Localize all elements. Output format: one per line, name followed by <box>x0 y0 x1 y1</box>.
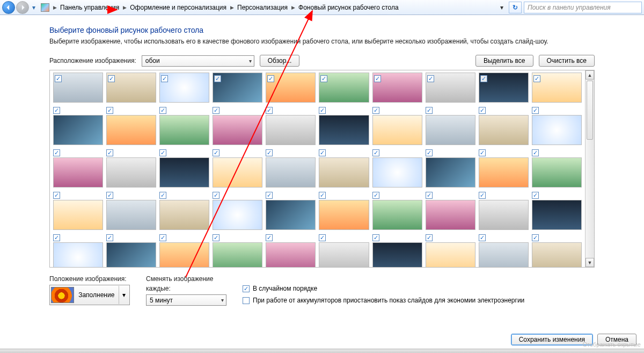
interval-combo[interactable]: 5 минут <box>146 294 226 306</box>
wallpaper-image[interactable] <box>53 242 103 267</box>
wallpaper-image[interactable] <box>479 200 529 230</box>
scroll-track[interactable] <box>586 141 594 258</box>
scroll-up-icon[interactable]: ▲ <box>586 70 594 80</box>
wallpaper-thumb[interactable] <box>426 106 475 145</box>
thumb-checkbox[interactable] <box>319 192 326 199</box>
thumb-checkbox[interactable] <box>53 234 60 241</box>
wallpaper-thumb[interactable] <box>106 233 156 267</box>
wallpaper-image[interactable] <box>479 115 529 145</box>
wallpaper-image[interactable] <box>319 73 369 103</box>
wallpaper-thumb[interactable] <box>372 148 422 188</box>
wallpaper-image[interactable] <box>266 242 316 267</box>
wallpaper-thumb[interactable] <box>372 233 422 267</box>
wallpaper-thumb[interactable] <box>213 148 262 188</box>
thumb-checkbox[interactable] <box>426 149 433 156</box>
wallpaper-thumb[interactable] <box>266 148 316 188</box>
wallpaper-thumb[interactable] <box>532 148 582 188</box>
wallpaper-image[interactable] <box>106 200 156 230</box>
wallpaper-thumb[interactable] <box>532 73 582 103</box>
thumb-checkbox[interactable] <box>479 149 486 156</box>
wallpaper-image[interactable] <box>372 73 422 103</box>
chevron-right-icon[interactable]: ▶ <box>52 2 58 13</box>
thumb-checkbox[interactable] <box>106 149 113 156</box>
thumb-checkbox[interactable] <box>266 234 273 241</box>
wallpaper-thumb[interactable] <box>532 191 582 230</box>
battery-checkbox[interactable]: При работе от аккумуляторов приостановит… <box>243 297 524 304</box>
wallpaper-thumb[interactable] <box>372 73 422 103</box>
thumb-checkbox[interactable] <box>161 75 168 82</box>
thumb-checkbox[interactable] <box>159 234 166 241</box>
thumb-checkbox[interactable] <box>159 192 166 199</box>
thumb-checkbox[interactable] <box>532 107 539 114</box>
wallpaper-thumb[interactable] <box>213 191 262 230</box>
wallpaper-image[interactable] <box>213 115 262 145</box>
thumb-checkbox[interactable] <box>479 107 486 114</box>
wallpaper-thumb[interactable] <box>426 191 475 230</box>
wallpaper-image[interactable] <box>106 242 156 267</box>
wallpaper-image[interactable] <box>266 115 316 145</box>
wallpaper-image[interactable] <box>426 73 475 103</box>
chevron-right-icon[interactable]: ▶ <box>290 2 296 13</box>
thumb-checkbox[interactable] <box>479 192 486 199</box>
wallpaper-image[interactable] <box>213 242 262 267</box>
breadcrumb-item[interactable]: Панель управления <box>58 2 121 13</box>
breadcrumb-item[interactable]: Оформление и персонализация <box>128 2 229 13</box>
wallpaper-thumb[interactable] <box>266 73 316 103</box>
wallpaper-thumb[interactable] <box>426 148 475 188</box>
wallpaper-thumb[interactable] <box>319 106 369 145</box>
thumb-checkbox[interactable] <box>319 234 326 241</box>
wallpaper-image[interactable] <box>159 157 209 188</box>
thumb-checkbox[interactable] <box>372 107 379 114</box>
wallpaper-image[interactable] <box>532 200 582 230</box>
wallpaper-thumb[interactable] <box>159 73 209 103</box>
wallpaper-image[interactable] <box>426 115 475 145</box>
wallpaper-thumb[interactable] <box>106 148 156 188</box>
wallpaper-image[interactable] <box>266 200 316 230</box>
wallpaper-image[interactable] <box>426 157 475 188</box>
shuffle-checkbox[interactable]: В случайном порядке <box>243 285 524 292</box>
thumb-checkbox[interactable] <box>266 149 273 156</box>
thumb-checkbox[interactable] <box>532 234 539 241</box>
thumb-checkbox[interactable] <box>53 107 60 114</box>
thumb-checkbox[interactable] <box>319 107 326 114</box>
wallpaper-image[interactable] <box>532 73 582 103</box>
select-all-button[interactable]: Выделить все <box>475 55 533 67</box>
wallpaper-image[interactable] <box>532 115 582 145</box>
wallpaper-image[interactable] <box>479 157 529 188</box>
location-combo[interactable]: обои <box>142 55 254 67</box>
thumb-checkbox[interactable] <box>372 192 379 199</box>
wallpaper-thumb[interactable] <box>53 73 103 103</box>
wallpaper-thumb[interactable] <box>266 191 316 230</box>
thumb-checkbox[interactable] <box>426 107 433 114</box>
scroll-down-icon[interactable]: ▼ <box>586 258 594 267</box>
wallpaper-thumb[interactable] <box>266 233 316 267</box>
search-input[interactable]: Поиск в панели управления <box>524 2 642 13</box>
thumb-checkbox[interactable] <box>159 107 166 114</box>
history-dropdown[interactable]: ▾ <box>30 2 38 13</box>
thumb-checkbox[interactable] <box>532 192 539 199</box>
thumb-checkbox[interactable] <box>159 149 166 156</box>
breadcrumb-item[interactable]: Персонализация <box>235 2 290 13</box>
wallpaper-thumb[interactable] <box>479 73 529 103</box>
thumb-checkbox[interactable] <box>374 75 381 82</box>
thumb-checkbox[interactable] <box>213 149 219 156</box>
thumb-checkbox[interactable] <box>426 234 433 241</box>
thumb-checkbox[interactable] <box>106 107 113 114</box>
wallpaper-image[interactable] <box>372 157 422 188</box>
wallpaper-image[interactable] <box>266 73 316 103</box>
wallpaper-image[interactable] <box>53 115 103 145</box>
scrollbar[interactable]: ▲ ▼ <box>585 70 594 267</box>
position-picker[interactable]: Заполнение ▾ <box>49 285 130 305</box>
back-button[interactable] <box>2 1 15 14</box>
thumb-checkbox[interactable] <box>213 107 219 114</box>
thumb-checkbox[interactable] <box>53 192 60 199</box>
wallpaper-image[interactable] <box>319 242 369 267</box>
wallpaper-image[interactable] <box>426 200 475 230</box>
wallpaper-thumb[interactable] <box>159 148 209 188</box>
wallpaper-thumb[interactable] <box>266 106 316 145</box>
save-button[interactable]: Сохранить изменения <box>511 334 593 345</box>
wallpaper-thumb[interactable] <box>372 191 422 230</box>
wallpaper-thumb[interactable] <box>53 148 103 188</box>
wallpaper-thumb[interactable] <box>479 106 529 145</box>
thumb-checkbox[interactable] <box>108 75 115 82</box>
